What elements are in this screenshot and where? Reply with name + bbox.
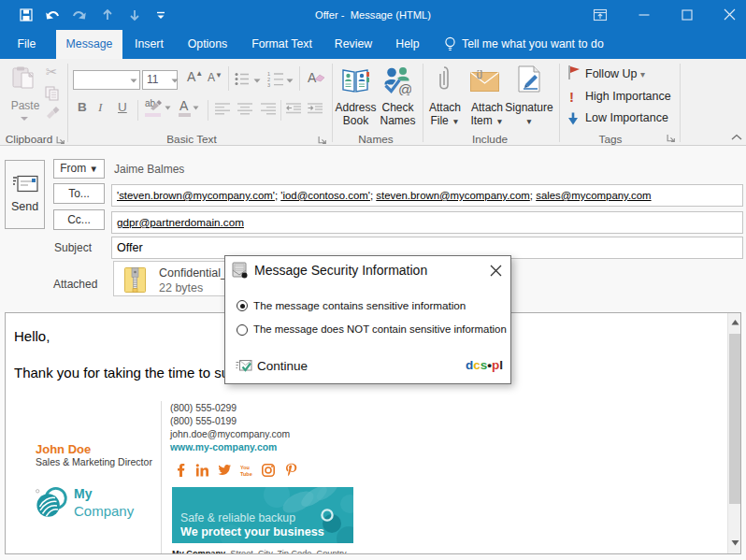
svg-text:@: @ xyxy=(398,81,411,96)
svg-text:Tube: Tube xyxy=(240,471,252,477)
svg-text:You: You xyxy=(240,465,250,470)
svg-text:3: 3 xyxy=(267,82,270,87)
